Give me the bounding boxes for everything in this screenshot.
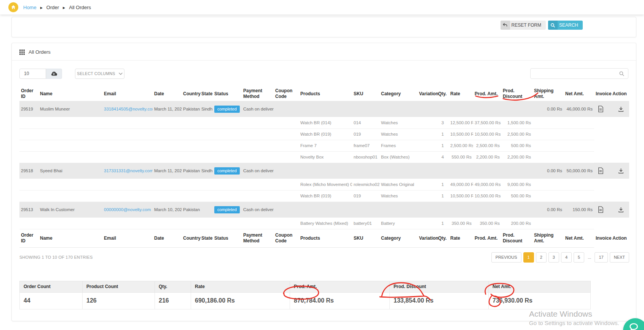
export-button[interactable] bbox=[46, 69, 62, 79]
cell-empty bbox=[200, 117, 213, 128]
cell-qty: 1 bbox=[437, 128, 449, 140]
cell-empty bbox=[594, 117, 629, 128]
cell-prod-amt: 2,500.00 Rs bbox=[473, 140, 501, 151]
invoice-download-icon[interactable] bbox=[616, 166, 626, 176]
cell-name: Walk In Customer bbox=[38, 202, 102, 218]
pagination-page-2[interactable]: 2 bbox=[536, 252, 547, 263]
col-shipping-amt: Shipping Amt. bbox=[532, 229, 564, 247]
cell-empty bbox=[102, 190, 153, 202]
cell-date: March 11, 2021 bbox=[153, 163, 182, 179]
search-button[interactable]: SEARCH bbox=[548, 21, 583, 30]
invoice-document-icon[interactable] bbox=[596, 104, 606, 114]
product-row: Rolex (Micho Movement) 02 rolexmicho02 W… bbox=[19, 179, 629, 190]
invoice-document-icon[interactable] bbox=[596, 205, 606, 215]
chevron-down-icon bbox=[119, 72, 123, 75]
col-invoice-action: Invoice Action bbox=[594, 229, 629, 247]
cell-empty bbox=[200, 140, 213, 151]
invoice-document-icon[interactable] bbox=[596, 166, 606, 176]
page-title: All Orders bbox=[29, 49, 51, 55]
invoice-download-icon[interactable] bbox=[616, 205, 626, 215]
col-status: Status bbox=[213, 87, 242, 101]
cell-empty bbox=[274, 163, 299, 179]
pagination-page-17[interactable]: 17 bbox=[595, 252, 607, 263]
order-row: 29518 Syeed Bhai 317331331@novelty.com M… bbox=[19, 163, 629, 179]
invoice-download-icon[interactable] bbox=[616, 104, 626, 114]
cell-empty bbox=[102, 140, 153, 151]
cell-product: Rolex (Micho Movement) 02 bbox=[299, 179, 352, 190]
cell-empty bbox=[38, 117, 102, 128]
col-category: Category bbox=[379, 229, 418, 247]
cell-empty bbox=[38, 140, 102, 151]
cell-sku: 014 bbox=[352, 117, 379, 128]
cell-sku: battery01 bbox=[352, 218, 379, 229]
summary-prod-amt: 870,784.00 Rs bbox=[290, 292, 390, 309]
col-qty: Qty. bbox=[437, 87, 449, 101]
summary-prod-discount: 133,854.00 Rs bbox=[390, 292, 489, 309]
cell-payment-method: Cash on delivery bbox=[242, 101, 274, 117]
pagination-page-5[interactable]: 5 bbox=[574, 252, 584, 263]
summary-product-count: 126 bbox=[83, 292, 155, 309]
cell-category: Battery bbox=[379, 218, 418, 229]
search-icon bbox=[548, 21, 558, 30]
cell-empty bbox=[564, 128, 594, 140]
cell-prod-discount: 500.00 Rs bbox=[501, 140, 532, 151]
col-name: Name bbox=[38, 87, 102, 101]
cell-shipping-amt: 0.00 Rs bbox=[532, 101, 564, 117]
grid-icon bbox=[19, 50, 25, 55]
table-footer-header-row: Order ID Name Email Date Country State S… bbox=[19, 229, 629, 247]
cell-product: Frame 7 bbox=[299, 140, 352, 151]
col-email: Email bbox=[102, 87, 153, 101]
status-badge: completed bbox=[214, 167, 240, 175]
cell-empty bbox=[594, 140, 629, 151]
cell-state: Sindh bbox=[200, 163, 213, 179]
chat-icon bbox=[629, 322, 639, 330]
cell-order-id: 29513 bbox=[19, 202, 38, 218]
cell-empty bbox=[213, 117, 242, 128]
summary-col-prod-discount: Prod. Discount bbox=[390, 281, 489, 292]
cell-empty bbox=[352, 202, 379, 218]
cell-empty bbox=[594, 179, 629, 190]
table-search-input[interactable] bbox=[534, 69, 618, 78]
cell-empty bbox=[501, 202, 532, 218]
cell-empty bbox=[213, 179, 242, 190]
email-link[interactable]: 00000000@novelty.com bbox=[104, 207, 151, 212]
cell-empty bbox=[564, 190, 594, 202]
home-icon[interactable] bbox=[8, 2, 18, 12]
email-link[interactable]: 3318414505@novelty.com bbox=[104, 107, 153, 111]
cell-empty bbox=[594, 151, 629, 163]
cell-empty bbox=[242, 179, 274, 190]
col-invoice-action: Invoice Action bbox=[594, 87, 629, 101]
breadcrumb-home-link[interactable]: Home bbox=[23, 5, 37, 10]
cell-empty bbox=[200, 190, 213, 202]
cell-empty bbox=[299, 101, 352, 117]
summary-col-order-count: Order Count bbox=[20, 281, 83, 292]
cell-empty bbox=[19, 117, 38, 128]
cell-empty bbox=[182, 128, 200, 140]
cell-product: Watch BR (019) bbox=[299, 128, 352, 140]
select-columns-dropdown[interactable]: SELECT COLUMNS bbox=[75, 69, 124, 79]
summary-col-product-count: Product Count bbox=[83, 281, 155, 292]
pagination-page-4[interactable]: 4 bbox=[561, 252, 572, 263]
page-size-input[interactable] bbox=[19, 69, 46, 79]
cell-empty bbox=[299, 202, 352, 218]
cell-prod-amt: 37,500.00 Rs bbox=[473, 117, 501, 128]
cell-sku: frame07 bbox=[352, 140, 379, 151]
col-net-amt: Net Amt. bbox=[564, 87, 594, 101]
cell-shipping-amt: 0.00 Rs bbox=[532, 202, 564, 218]
cell-empty bbox=[213, 218, 242, 229]
pagination-next-button[interactable]: NEXT bbox=[610, 252, 629, 263]
cell-empty bbox=[38, 179, 102, 190]
cell-empty bbox=[182, 151, 200, 163]
pagination-previous-button[interactable]: PREVIOUS bbox=[491, 252, 521, 263]
pagination-page-3[interactable]: 3 bbox=[548, 252, 559, 263]
pagination-page-1[interactable]: 1 bbox=[523, 252, 534, 263]
cell-status: completed bbox=[213, 163, 242, 179]
product-row: Watch BR (014) 014 Watches 3 12,500.00 R… bbox=[19, 117, 629, 128]
reset-form-button[interactable]: RESET FORM bbox=[501, 21, 546, 30]
cell-empty bbox=[274, 179, 299, 190]
cell-empty bbox=[182, 190, 200, 202]
cell-empty bbox=[153, 218, 182, 229]
email-link[interactable]: 317331331@novelty.com bbox=[104, 168, 153, 173]
cell-empty bbox=[379, 163, 418, 179]
cell-empty bbox=[213, 190, 242, 202]
